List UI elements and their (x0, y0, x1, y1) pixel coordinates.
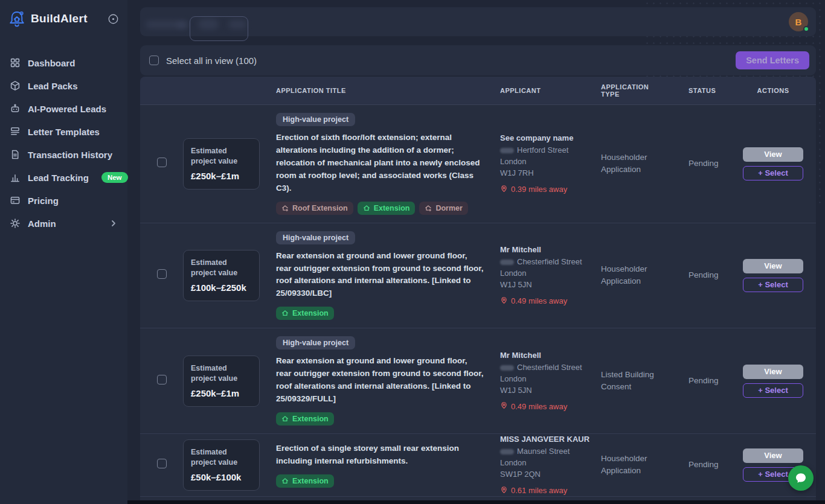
sidebar-item-pricing[interactable]: Pricing (0, 189, 127, 212)
estimated-value-label: Estimated project value (191, 363, 252, 384)
view-button[interactable]: View (743, 365, 803, 379)
sidebar-item-lead-packs[interactable]: Lead Packs (0, 74, 127, 97)
cube-icon (10, 80, 21, 91)
location-pin-icon (500, 296, 508, 306)
table-row: Estimated project value £50k–£100k Erect… (140, 433, 816, 496)
row-checkbox[interactable] (157, 158, 167, 167)
house-plus-icon (425, 205, 432, 212)
distance-label: 0.49 miles away (511, 402, 567, 411)
view-button[interactable]: View (743, 259, 803, 273)
redacted-text-blob (176, 22, 187, 28)
row-checkbox[interactable] (157, 269, 167, 279)
select-all-checkbox[interactable] (149, 56, 159, 65)
redacted-tab[interactable] (190, 16, 248, 41)
tag-extension: Extension (358, 202, 416, 215)
robot-icon (10, 103, 21, 114)
view-button[interactable]: View (743, 147, 803, 162)
distance-label: 0.61 miles away (511, 486, 567, 495)
sidebar-nav: DashboardLead PacksAI-Powered LeadsLette… (0, 34, 127, 235)
high-value-badge: High-value project (276, 113, 355, 126)
distance: 0.49 miles away (500, 401, 590, 411)
sidebar: BuildAlert DashboardLead PacksAI-Powered… (0, 0, 127, 504)
sidebar-item-label: Transaction History (28, 150, 112, 160)
house-plus-icon (281, 205, 289, 212)
sidebar-item-dashboard[interactable]: Dashboard (0, 51, 127, 74)
application-type: Householder Application (601, 153, 647, 174)
location-pin-icon (500, 185, 508, 194)
redacted-house-number (500, 365, 514, 371)
estimated-value-box: Estimated project value £250k–£1m (183, 138, 260, 190)
estimated-value-label: Estimated project value (191, 447, 252, 468)
buildalert-bell-house-logo-icon (7, 9, 27, 28)
distance-label: 0.39 miles away (511, 185, 567, 194)
application-title: Erection of a single storey small rear e… (276, 442, 484, 468)
tag-dormer: Dormer (419, 202, 467, 215)
applicant-city: London (500, 374, 590, 385)
column-header-applicant: APPLICANT (500, 87, 601, 94)
card-icon (10, 195, 21, 206)
view-button[interactable]: View (743, 448, 803, 463)
distance: 0.61 miles away (500, 486, 590, 496)
sidebar-item-lead-tracking[interactable]: Lead TrackingNew (0, 166, 127, 189)
location-pin-icon (500, 401, 508, 411)
select-button[interactable]: + Select (743, 383, 803, 398)
tag-roof-extension: Roof Extension (276, 202, 353, 215)
estimated-value-box: Estimated project value £100k–£250k (183, 250, 260, 301)
column-header-actions: ACTIONS (743, 87, 803, 94)
distance-label: 0.49 miles away (511, 296, 567, 305)
select-button[interactable]: + Select (743, 166, 803, 180)
logo-row: BuildAlert (0, 0, 127, 34)
table-row: Estimated project value £100k–£250k High… (140, 223, 816, 328)
house-icon (281, 415, 289, 423)
sidebar-item-letter-templates[interactable]: Letter Templates (0, 120, 127, 143)
status: Pending (689, 376, 719, 385)
status: Pending (689, 270, 719, 279)
sidebar-item-label: Lead Tracking (28, 173, 89, 183)
tag-list: Roof ExtensionExtensionDormer (276, 202, 468, 215)
distance: 0.49 miles away (500, 296, 590, 306)
sidebar-item-label: Pricing (28, 196, 59, 206)
estimated-value-amount: £100k–£250k (191, 282, 252, 293)
new-badge: New (101, 172, 128, 183)
applicant-name: MISS JANGVEER KAUR (500, 435, 590, 444)
applicant-name: Mr Mitchell (500, 351, 590, 360)
status: Pending (689, 460, 719, 469)
distance: 0.39 miles away (500, 185, 590, 194)
applicant-city: London (500, 458, 590, 469)
applicant-street: Hertford Street (500, 145, 590, 156)
tag-extension: Extension (276, 307, 334, 320)
sidebar-item-transaction-history[interactable]: Transaction History (0, 143, 127, 166)
applicant-name: Mr Mitchell (500, 245, 590, 254)
send-letters-button[interactable]: Send Letters (736, 51, 809, 69)
chat-widget-button[interactable] (788, 465, 814, 491)
user-avatar[interactable]: B (789, 12, 808, 31)
house-icon (281, 310, 289, 317)
applicant-city: London (500, 156, 590, 168)
tag-extension: Extension (276, 474, 334, 488)
sidebar-collapse-icon[interactable] (108, 13, 119, 25)
table-row: Estimated project value £250k–£1m High-v… (140, 105, 816, 223)
applicant-street: Chesterfield Street (500, 362, 590, 374)
row-checkbox[interactable] (157, 375, 167, 384)
applicant-street: Maunsel Street (500, 446, 590, 458)
dashboard-icon (10, 57, 21, 68)
applicant-postcode: W1J 7RH (500, 168, 590, 179)
sidebar-item-ai-powered-leads[interactable]: AI-Powered Leads (0, 97, 127, 120)
sidebar-item-admin[interactable]: Admin (0, 212, 127, 235)
application-type: Householder Application (601, 454, 647, 475)
chart-icon (10, 172, 21, 183)
select-all-label: Select all in view (100) (166, 56, 257, 66)
estimated-value-label: Estimated project value (191, 258, 252, 279)
row-checkbox[interactable] (157, 459, 167, 468)
select-button[interactable]: + Select (743, 278, 803, 292)
application-title: Rear extension at ground and lower groun… (276, 250, 484, 301)
column-header-application-type: APPLICATION TYPE (601, 83, 689, 98)
application-type: Listed Building Consent (601, 370, 654, 391)
redacted-house-number (500, 148, 514, 153)
redacted-house-number (500, 449, 514, 455)
application-title: Rear extension at ground and lower groun… (276, 355, 484, 406)
estimated-value-amount: £50k–£100k (191, 472, 252, 482)
application-type: Householder Application (601, 264, 647, 285)
redacted-house-number (500, 260, 514, 265)
applicant-name: See company name (500, 133, 590, 142)
